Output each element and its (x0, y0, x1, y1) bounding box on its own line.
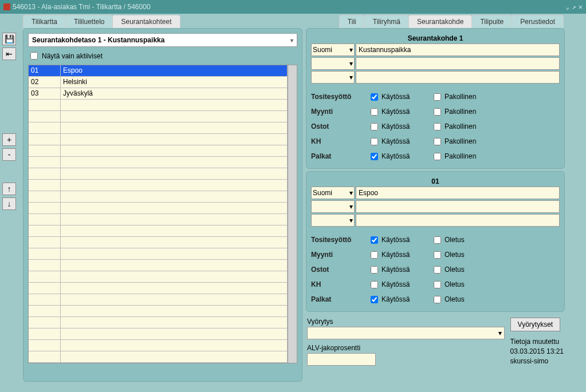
minimize-icon[interactable]: ⌄ (565, 3, 569, 11)
cell-name (61, 260, 288, 271)
table-row[interactable] (29, 214, 288, 225)
show-active-checkbox[interactable] (30, 52, 38, 60)
panel2-name-input[interactable] (356, 187, 560, 199)
kaytossa-check[interactable]: Käytössä (368, 279, 431, 290)
second-check[interactable]: Oletus (431, 264, 494, 275)
alv-input[interactable] (307, 353, 376, 366)
kaytossa-check[interactable]: Käytössä (368, 264, 431, 275)
second-check[interactable]: Oletus (431, 279, 494, 290)
second-check[interactable]: Pakollinen (431, 106, 494, 117)
table-row[interactable] (29, 122, 288, 134)
second-check[interactable]: Pakollinen (431, 121, 494, 132)
tab-seurantakohde[interactable]: Seurantakohde (408, 15, 472, 28)
kaytossa-check[interactable]: Käytössä (368, 92, 431, 102)
cell-code (29, 328, 61, 339)
tab-tililuettelo[interactable]: Tililuettelo (65, 15, 113, 28)
chevron-down-icon: ▾ (349, 203, 353, 211)
panel2-lang-select-2[interactable]: ▾ (311, 200, 355, 213)
table-row[interactable] (29, 271, 288, 283)
second-check[interactable]: Pakollinen (431, 136, 494, 147)
option-label: Ostot (311, 266, 368, 274)
back-button[interactable]: ⇤ (2, 47, 16, 60)
tab-perustiedot[interactable]: Perustiedot (512, 15, 564, 28)
table-row[interactable] (29, 203, 288, 214)
option-label: Tositesyöttö (311, 236, 368, 244)
panel2-name-input-2[interactable] (356, 200, 560, 213)
table-row[interactable] (29, 260, 288, 271)
table-row[interactable] (29, 168, 288, 180)
meta-user: skurssi-simo (510, 357, 564, 366)
cell-name (61, 214, 288, 225)
table-row[interactable] (29, 180, 288, 191)
remove-button[interactable]: - (2, 148, 16, 161)
table-row[interactable] (29, 283, 288, 294)
table-row[interactable] (29, 237, 288, 248)
cell-code (29, 225, 61, 236)
table-row[interactable] (29, 317, 288, 328)
panel1-lang-select-3[interactable]: ▾ (311, 71, 355, 84)
table-row[interactable] (29, 351, 288, 363)
bottom-block: Vyörytys ▾ ALV-jakoprosentti Vyörytykset… (306, 314, 565, 369)
second-check[interactable]: Pakollinen (431, 151, 494, 162)
cell-code (29, 306, 61, 316)
vyorytys-input[interactable]: ▾ (307, 327, 505, 339)
second-check[interactable]: Oletus (431, 294, 494, 305)
panel2-title: 01 (311, 176, 560, 187)
tab-tilikartta[interactable]: Tilikartta (23, 15, 66, 28)
panel1-lang-select[interactable]: Suomi ▾ (311, 43, 355, 56)
table-row[interactable] (29, 134, 288, 145)
table-row[interactable] (29, 145, 288, 157)
left-tabs: Tilikartta Tililuettelo Seurantakohteet (23, 15, 180, 28)
kaytossa-check[interactable]: Käytössä (368, 235, 431, 246)
second-check[interactable]: Oletus (431, 235, 494, 246)
tab-tiliryhma[interactable]: Tiliryhmä (364, 15, 409, 28)
table-row[interactable] (29, 248, 288, 260)
table-row[interactable] (29, 306, 288, 317)
panel2-lang-select-3[interactable]: ▾ (311, 214, 355, 227)
kaytossa-check[interactable]: Käytössä (368, 121, 431, 132)
table-row[interactable] (29, 100, 288, 111)
panel1-name-input-2[interactable] (356, 57, 560, 70)
kaytossa-check[interactable]: Käytössä (368, 294, 431, 305)
table-row[interactable] (29, 340, 288, 351)
close-icon[interactable]: ✕ (579, 3, 583, 11)
kaytossa-check[interactable]: Käytössä (368, 136, 431, 147)
second-check[interactable]: Oletus (431, 250, 494, 260)
table-row[interactable]: 03Jyväskylä (29, 88, 288, 100)
table-row[interactable]: 01Espoo (29, 65, 288, 77)
table-row[interactable] (29, 328, 288, 340)
cell-name (61, 328, 288, 339)
move-up-button[interactable]: ↑ (2, 183, 16, 195)
table-row[interactable] (29, 225, 288, 237)
tab-seurantakohteet[interactable]: Seurantakohteet (112, 15, 180, 28)
add-button[interactable]: + (2, 133, 16, 146)
table-row[interactable] (29, 157, 288, 168)
table-row[interactable]: 02Helsinki (29, 77, 288, 88)
panel1-name-input[interactable] (356, 43, 560, 56)
maximize-icon[interactable]: ↗ (572, 3, 576, 11)
table-row[interactable] (29, 111, 288, 122)
save-button[interactable]: 💾 (2, 33, 16, 45)
cell-code (29, 271, 61, 282)
vyorytykset-button[interactable]: Vyörytykset (510, 318, 561, 331)
kaytossa-check[interactable]: Käytössä (368, 250, 431, 260)
kaytossa-check[interactable]: Käytössä (368, 151, 431, 162)
panel2-name-input-3[interactable] (356, 214, 560, 227)
kaytossa-check[interactable]: Käytössä (368, 106, 431, 117)
tab-tilipuite[interactable]: Tilipuite (471, 15, 512, 28)
kohde-table[interactable]: 01Espoo02Helsinki03Jyväskylä (28, 65, 288, 363)
chevron-down-icon: ▾ (349, 60, 353, 68)
level-selector[interactable]: Seurantakohdetaso 1 - Kustannuspaikka ▾ (28, 33, 297, 47)
tab-tili[interactable]: Tili (339, 15, 365, 28)
panel1-lang-select-2[interactable]: ▾ (311, 57, 355, 70)
table-scrollbar[interactable] (288, 65, 297, 363)
table-row[interactable] (29, 191, 288, 203)
cell-code (29, 248, 61, 259)
panel-kohde-detail: 01 Suomi ▾ ▾ ▾ TositesyöttöKäytössäOletu… (306, 171, 565, 312)
move-down-button[interactable]: ↓ (2, 197, 16, 210)
panel1-name-input-3[interactable] (356, 71, 560, 84)
table-row[interactable] (29, 294, 288, 306)
panel2-lang-select[interactable]: Suomi ▾ (311, 187, 355, 199)
option-label: Myynti (311, 108, 368, 116)
second-check[interactable]: Pakollinen (431, 92, 494, 102)
